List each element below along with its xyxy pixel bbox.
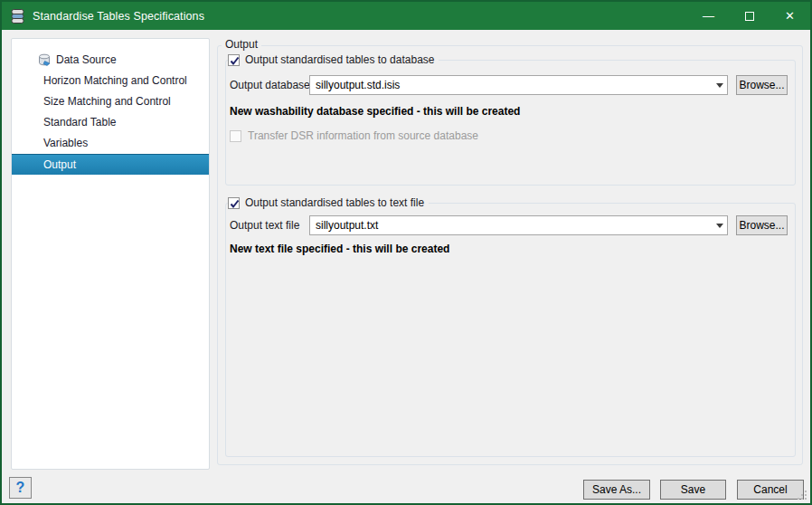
minimize-button[interactable]: — <box>688 2 729 30</box>
dropdown-button[interactable] <box>712 76 727 94</box>
transfer-dsr-row: Transfer DSR information from source dat… <box>230 129 478 142</box>
textfile-checkbox-label: Output standardised tables to text file <box>245 196 424 209</box>
transfer-dsr-label: Transfer DSR information from source dat… <box>248 129 478 142</box>
title-bar: Standardise Tables Specifications — ✕ <box>2 2 810 30</box>
output-database-input[interactable] <box>310 76 712 94</box>
sidebar-item-data-source[interactable]: Data Source <box>12 50 209 71</box>
window-controls: — ✕ <box>688 2 810 30</box>
sidebar-item-output[interactable]: Output <box>12 154 209 175</box>
dialog-window: Standardise Tables Specifications — ✕ <box>0 0 812 505</box>
database-stack-icon <box>10 8 26 24</box>
dropdown-arrow-icon <box>716 224 723 228</box>
database-icon <box>37 53 52 67</box>
sidebar-item-horizon-matching[interactable]: Horizon Matching and Control <box>12 71 209 91</box>
output-database-combobox[interactable] <box>309 75 728 95</box>
sidebar-item-label: Standard Table <box>43 112 117 133</box>
output-group-label: Output <box>222 38 261 52</box>
output-database-checkbox[interactable] <box>228 54 240 66</box>
browse-database-button[interactable]: Browse... <box>736 75 788 95</box>
sidebar-item-label: Size Matching and Control <box>43 91 171 112</box>
sidebar-item-label: Variables <box>43 133 88 154</box>
sidebar-item-standard-table[interactable]: Standard Table <box>12 112 209 133</box>
sidebar-item-size-matching[interactable]: Size Matching and Control <box>12 91 209 112</box>
check-icon <box>229 55 241 67</box>
dropdown-button[interactable] <box>712 216 727 234</box>
help-icon: ? <box>16 480 25 496</box>
sidebar-item-variables[interactable]: Variables <box>12 133 209 154</box>
sidebar-item-label: Output <box>43 155 76 176</box>
window-title: Standardise Tables Specifications <box>33 10 204 23</box>
browse-textfile-button[interactable]: Browse... <box>736 215 788 235</box>
cancel-button[interactable]: Cancel <box>737 480 804 500</box>
sidebar: Data Source Horizon Matching and Control… <box>11 38 210 470</box>
output-textfile-label: Output text file <box>230 218 299 233</box>
help-button[interactable]: ? <box>9 477 32 499</box>
check-icon <box>229 198 241 210</box>
save-as-button[interactable]: Save As... <box>583 480 650 500</box>
close-icon: ✕ <box>785 9 795 23</box>
output-database-label: Output database <box>230 78 310 92</box>
output-textfile-combobox[interactable] <box>309 215 728 235</box>
textfile-groupbox <box>225 203 796 457</box>
textfile-group-caption: Output standardised tables to text file <box>228 195 429 210</box>
textfile-status-message: New text file specified - this will be c… <box>230 243 449 256</box>
database-checkbox-label: Output standardised tables to database <box>245 53 434 66</box>
database-status-message: New washability database specified - thi… <box>230 105 520 119</box>
output-textfile-input[interactable] <box>310 216 712 234</box>
output-page: Output Output standardised tables to dat… <box>217 38 803 465</box>
sidebar-item-label: Data Source <box>56 50 117 71</box>
transfer-dsr-checkbox <box>230 130 241 142</box>
maximize-button[interactable] <box>729 2 770 30</box>
close-button[interactable]: ✕ <box>770 2 810 30</box>
output-textfile-checkbox[interactable] <box>228 197 240 209</box>
maximize-icon <box>745 12 754 21</box>
database-group-caption: Output standardised tables to database <box>228 52 439 67</box>
minimize-icon: — <box>703 9 714 23</box>
dropdown-arrow-icon <box>716 83 723 88</box>
save-button[interactable]: Save <box>660 480 726 500</box>
sidebar-item-label: Horizon Matching and Control <box>43 71 187 91</box>
resize-grip[interactable] <box>797 490 807 500</box>
